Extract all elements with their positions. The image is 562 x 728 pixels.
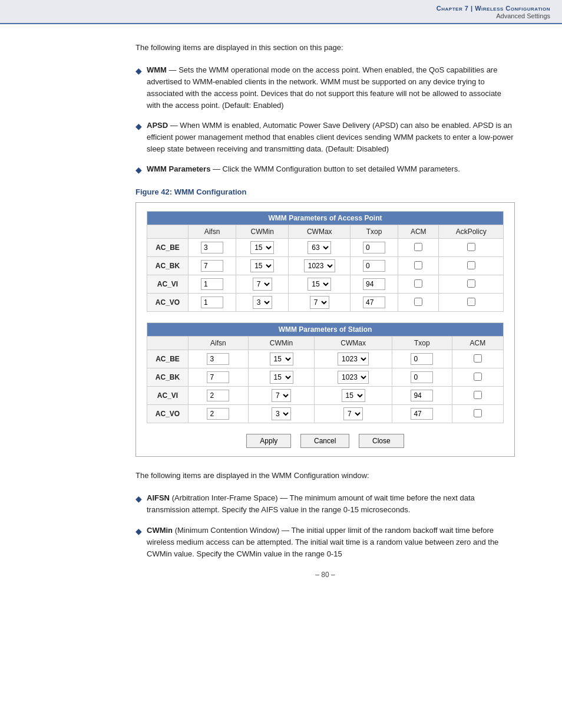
footer-bullet-body-1: (Minimum Contention Window) — The initia…: [147, 526, 498, 558]
table-row: AC_VO 3 7: [147, 294, 504, 312]
bullet-icon: ◆: [135, 493, 142, 506]
ap-row3-acm: [398, 294, 439, 312]
st-aifsn-input-2[interactable]: [207, 390, 229, 401]
st-row0-cwmin: 15: [248, 350, 314, 368]
ap-cwmax-select-2[interactable]: 15: [308, 278, 331, 291]
ap-aifsn-input-1[interactable]: [201, 260, 223, 272]
ap-cwmin-select-0[interactable]: 15: [250, 241, 274, 254]
st-col-cwmin: CWMin: [248, 337, 314, 350]
st-cwmax-select-2[interactable]: 15: [342, 389, 365, 402]
ap-txop-input-1[interactable]: [363, 260, 385, 272]
ap-cwmax-select-0[interactable]: 63: [308, 241, 331, 254]
ap-row0-label: AC_BE: [147, 239, 189, 257]
st-cwmin-select-2[interactable]: 7: [272, 389, 291, 402]
ap-ackpolicy-checkbox-3[interactable]: [467, 298, 475, 306]
footer-intro: The following items are displayed in the…: [135, 470, 515, 482]
ap-ackpolicy-checkbox-1[interactable]: [467, 261, 475, 269]
bullet-icon: ◆: [135, 120, 142, 133]
footer-bullet-list: ◆ AIFSN (Arbitration Inter-Frame Space) …: [135, 492, 515, 560]
ap-cwmax-select-1[interactable]: 1023: [304, 259, 335, 272]
ap-aifsn-input-3[interactable]: [201, 297, 223, 308]
st-acm-checkbox-1[interactable]: [474, 373, 482, 381]
ap-col-cwmin: CWMin: [236, 225, 288, 239]
st-txop-input-2[interactable]: [411, 390, 433, 401]
st-row2-aifsn: [189, 387, 249, 405]
bullet-body-2: — Click the WMM Configuration button to …: [213, 164, 460, 173]
ap-cwmax-select-3[interactable]: 7: [310, 296, 329, 309]
ap-row2-cwmin: 7: [236, 275, 288, 294]
ap-row0-aifsn: [189, 239, 236, 257]
ap-acm-checkbox-0[interactable]: [414, 243, 422, 251]
header-title: Wireless Configuration: [475, 5, 550, 12]
table-row: AC_BE 15 1023: [147, 350, 504, 368]
header-subtitle: Advanced Settings: [0, 12, 550, 19]
ap-col-cwmax: CWMax: [289, 225, 351, 239]
button-row: Apply Cancel Close: [147, 434, 504, 448]
ap-acm-checkbox-2[interactable]: [414, 279, 422, 288]
chapter-num: 7: [465, 5, 469, 12]
close-button[interactable]: Close: [359, 434, 404, 448]
st-row3-cwmax: 7: [315, 405, 392, 423]
table-row: AC_VI 7 15: [147, 387, 504, 405]
st-row3-label: AC_VO: [147, 405, 189, 423]
st-cwmax-select-3[interactable]: 7: [343, 407, 363, 420]
ap-txop-input-3[interactable]: [363, 297, 385, 308]
cancel-button[interactable]: Cancel: [300, 434, 349, 448]
ap-txop-input-2[interactable]: [363, 278, 385, 290]
ap-row1-acm: [398, 257, 439, 275]
st-row3-aifsn: [189, 405, 249, 423]
bullet-icon: ◆: [135, 65, 142, 78]
st-row0-txop: [392, 350, 452, 368]
station-table-wrapper: WMM Parameters of Station Aifsn CWMin CW…: [147, 322, 504, 423]
st-cwmin-select-0[interactable]: 15: [270, 353, 293, 365]
st-acm-checkbox-0[interactable]: [474, 354, 482, 363]
st-txop-input-3[interactable]: [411, 408, 433, 420]
st-cwmin-select-1[interactable]: 15: [270, 371, 293, 384]
st-col-aifsn: Aifsn: [189, 337, 249, 350]
ap-aifsn-input-0[interactable]: [201, 242, 223, 253]
table-row: AC_BK 15 1023: [147, 257, 504, 275]
st-txop-input-0[interactable]: [411, 353, 433, 365]
apply-button[interactable]: Apply: [246, 434, 291, 448]
bullet-icon: ◆: [135, 525, 142, 538]
ap-row1-cwmax: 1023: [289, 257, 351, 275]
ap-table-title: WMM Parameters of Access Point: [147, 212, 504, 225]
st-acm-checkbox-3[interactable]: [474, 409, 482, 417]
st-cwmax-select-0[interactable]: 1023: [338, 353, 369, 365]
ap-ackpolicy-checkbox-0[interactable]: [467, 243, 475, 251]
ap-cwmin-select-2[interactable]: 7: [253, 278, 272, 291]
ap-row3-cwmax: 7: [289, 294, 351, 312]
st-txop-input-1[interactable]: [411, 371, 433, 383]
ap-aifsn-input-2[interactable]: [201, 278, 223, 290]
st-aifsn-input-1[interactable]: [207, 371, 229, 383]
ap-cwmin-select-3[interactable]: 3: [253, 296, 272, 309]
ap-row0-cwmax: 63: [289, 239, 351, 257]
st-aifsn-input-0[interactable]: [207, 353, 229, 365]
footer-bullet-term-0: AIFSN: [147, 493, 170, 502]
ap-row3-ackpolicy: [439, 294, 504, 312]
table-row: AC_VI 7 15: [147, 275, 504, 294]
ap-acm-checkbox-1[interactable]: [414, 261, 422, 269]
ap-txop-input-0[interactable]: [363, 242, 385, 253]
wmm-config-box: WMM Parameters of Access Point Aifsn CWM…: [135, 202, 515, 457]
st-aifsn-input-3[interactable]: [207, 408, 229, 420]
ap-row2-ackpolicy: [439, 275, 504, 294]
st-acm-checkbox-2[interactable]: [474, 391, 482, 399]
bullet-term-2: WMM Parameters: [147, 164, 210, 173]
ap-row2-txop: [351, 275, 398, 294]
ap-ackpolicy-checkbox-2[interactable]: [467, 279, 475, 288]
ap-row0-cwmin: 15: [236, 239, 288, 257]
footer-bullet-content-0: AIFSN (Arbitration Inter-Frame Space) — …: [147, 492, 515, 516]
station-table: WMM Parameters of Station Aifsn CWMin CW…: [147, 322, 504, 423]
st-cwmax-select-1[interactable]: 1023: [338, 371, 369, 384]
st-row1-cwmax: 1023: [315, 368, 392, 387]
ap-row3-label: AC_VO: [147, 294, 189, 312]
ap-cwmin-select-1[interactable]: 15: [250, 259, 274, 272]
bullet-icon: ◆: [135, 164, 142, 177]
ap-row1-ackpolicy: [439, 257, 504, 275]
ap-col-empty: [147, 225, 189, 239]
ap-row0-ackpolicy: [439, 239, 504, 257]
st-cwmin-select-3[interactable]: 3: [272, 407, 291, 420]
ap-acm-checkbox-3[interactable]: [414, 298, 422, 306]
intro-text: The following items are displayed in thi…: [135, 42, 515, 54]
